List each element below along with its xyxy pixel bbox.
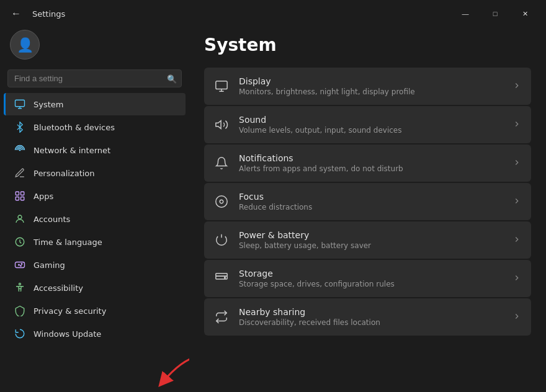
apps-icon bbox=[14, 190, 26, 202]
settings-item-title-notifications: Notifications bbox=[239, 153, 503, 163]
settings-item-text-nearby: Nearby sharingDiscoverability, received … bbox=[239, 307, 503, 327]
sidebar-item-label-time: Time & language bbox=[34, 238, 102, 247]
search-icon: 🔍 bbox=[167, 74, 177, 83]
sidebar-item-label-personalization: Personalization bbox=[34, 169, 95, 178]
settings-item-focus[interactable]: FocusReduce distractions bbox=[204, 183, 531, 220]
red-arrow-annotation bbox=[145, 354, 189, 391]
network-icon bbox=[14, 144, 26, 156]
sidebar: 👤 🔍 SystemBluetooth & devicesNetwork & i… bbox=[0, 22, 189, 392]
sidebar-item-time[interactable]: Time & language bbox=[4, 231, 186, 253]
avatar: 👤 bbox=[10, 30, 40, 60]
svg-point-1 bbox=[19, 149, 20, 151]
page-title: System bbox=[204, 35, 531, 55]
svg-point-15 bbox=[216, 196, 227, 207]
sidebar-item-accounts[interactable]: Accounts bbox=[4, 208, 186, 230]
svg-point-9 bbox=[21, 264, 22, 265]
settings-item-text-sound: SoundVolume levels, output, input, sound… bbox=[239, 115, 503, 135]
settings-item-title-power: Power & battery bbox=[239, 230, 503, 240]
sidebar-item-privacy[interactable]: Privacy & security bbox=[4, 300, 186, 322]
svg-rect-3 bbox=[21, 192, 24, 195]
settings-item-title-nearby: Nearby sharing bbox=[239, 307, 503, 317]
settings-item-desc-display: Monitors, brightness, night light, displ… bbox=[239, 87, 503, 96]
settings-item-desc-notifications: Alerts from apps and system, do not dist… bbox=[239, 164, 503, 173]
app-body: 👤 🔍 SystemBluetooth & devicesNetwork & i… bbox=[0, 22, 546, 392]
sidebar-item-update[interactable]: Windows Update bbox=[4, 323, 186, 345]
svg-point-6 bbox=[18, 215, 22, 219]
settings-item-power[interactable]: Power & batterySleep, battery usage, bat… bbox=[204, 221, 531, 259]
system-icon bbox=[14, 98, 26, 110]
sidebar-item-personalization[interactable]: Personalization bbox=[4, 162, 186, 184]
sidebar-item-gaming[interactable]: Gaming bbox=[4, 254, 186, 276]
sidebar-item-label-privacy: Privacy & security bbox=[34, 306, 106, 316]
svg-point-16 bbox=[220, 200, 223, 203]
settings-item-text-display: DisplayMonitors, brightness, night light… bbox=[239, 76, 503, 96]
settings-list: DisplayMonitors, brightness, night light… bbox=[204, 68, 531, 336]
sidebar-item-accessibility[interactable]: Accessibility bbox=[4, 277, 186, 299]
chevron-right-icon bbox=[512, 235, 521, 246]
settings-item-storage[interactable]: StorageStorage space, drives, configurat… bbox=[204, 260, 531, 297]
titlebar-controls: — □ ✕ bbox=[452, 5, 539, 22]
chevron-right-icon bbox=[512, 120, 521, 130]
settings-item-title-storage: Storage bbox=[239, 269, 503, 278]
personalization-icon bbox=[14, 167, 26, 179]
svg-rect-2 bbox=[16, 192, 19, 195]
profile-area: 👤 bbox=[0, 22, 189, 69]
sidebar-item-label-gaming: Gaming bbox=[34, 261, 65, 270]
time-icon bbox=[14, 236, 26, 248]
settings-item-desc-storage: Storage space, drives, configuration rul… bbox=[239, 280, 503, 288]
settings-item-text-storage: StorageStorage space, drives, configurat… bbox=[239, 269, 503, 288]
svg-marker-14 bbox=[216, 121, 221, 129]
accounts-icon bbox=[14, 213, 26, 225]
sidebar-item-label-bluetooth: Bluetooth & devices bbox=[34, 123, 115, 132]
close-button[interactable]: ✕ bbox=[511, 5, 539, 22]
settings-item-nearby[interactable]: Nearby sharingDiscoverability, received … bbox=[204, 298, 531, 336]
chevron-right-icon bbox=[512, 312, 521, 323]
titlebar-title: Settings bbox=[32, 9, 65, 19]
titlebar-left: ← Settings bbox=[7, 5, 65, 22]
sidebar-item-network[interactable]: Network & internet bbox=[4, 139, 186, 161]
search-input[interactable] bbox=[7, 69, 182, 87]
settings-item-desc-power: Sleep, battery usage, battery saver bbox=[239, 241, 503, 250]
display-icon bbox=[214, 79, 229, 94]
sidebar-item-label-accounts: Accounts bbox=[34, 215, 70, 224]
settings-item-display[interactable]: DisplayMonitors, brightness, night light… bbox=[204, 68, 531, 105]
settings-item-notifications[interactable]: NotificationsAlerts from apps and system… bbox=[204, 145, 531, 182]
sidebar-item-apps[interactable]: Apps bbox=[4, 185, 186, 207]
settings-item-desc-sound: Volume levels, output, input, sound devi… bbox=[239, 126, 503, 135]
privacy-icon bbox=[14, 305, 26, 317]
settings-item-desc-nearby: Discoverability, received files location bbox=[239, 318, 503, 327]
nearby-icon bbox=[214, 310, 229, 324]
settings-item-desc-focus: Reduce distractions bbox=[239, 203, 503, 212]
titlebar: ← Settings — □ ✕ bbox=[0, 0, 546, 22]
content-area: System DisplayMonitors, brightness, nigh… bbox=[189, 22, 546, 392]
sidebar-item-bluetooth[interactable]: Bluetooth & devices bbox=[4, 116, 186, 138]
settings-item-title-display: Display bbox=[239, 76, 503, 86]
update-icon bbox=[14, 327, 26, 340]
notifications-icon bbox=[214, 156, 229, 171]
sidebar-item-label-update: Windows Update bbox=[34, 329, 101, 339]
focus-icon bbox=[214, 194, 229, 209]
settings-item-sound[interactable]: SoundVolume levels, output, input, sound… bbox=[204, 106, 531, 143]
settings-item-title-focus: Focus bbox=[239, 192, 503, 202]
settings-item-title-sound: Sound bbox=[239, 115, 503, 125]
svg-rect-0 bbox=[16, 100, 25, 107]
chevron-right-icon bbox=[512, 197, 521, 207]
svg-rect-4 bbox=[16, 197, 19, 200]
gaming-icon bbox=[14, 259, 26, 271]
chevron-right-icon bbox=[512, 274, 521, 284]
svg-point-19 bbox=[225, 277, 226, 278]
sidebar-item-label-network: Network & internet bbox=[34, 146, 110, 155]
settings-item-text-notifications: NotificationsAlerts from apps and system… bbox=[239, 153, 503, 173]
minimize-button[interactable]: — bbox=[452, 5, 479, 22]
nav-list: SystemBluetooth & devicesNetwork & inter… bbox=[0, 92, 189, 345]
sidebar-item-label-accessibility: Accessibility bbox=[34, 283, 83, 293]
chevron-right-icon bbox=[512, 81, 521, 92]
chevron-right-icon bbox=[512, 158, 521, 169]
storage-icon bbox=[214, 271, 229, 286]
back-button[interactable]: ← bbox=[7, 5, 25, 22]
maximize-button[interactable]: □ bbox=[481, 5, 509, 22]
avatar-icon: 👤 bbox=[17, 37, 34, 53]
sidebar-item-system[interactable]: System bbox=[4, 93, 186, 115]
svg-rect-18 bbox=[216, 274, 227, 277]
settings-item-text-power: Power & batterySleep, battery usage, bat… bbox=[239, 230, 503, 250]
